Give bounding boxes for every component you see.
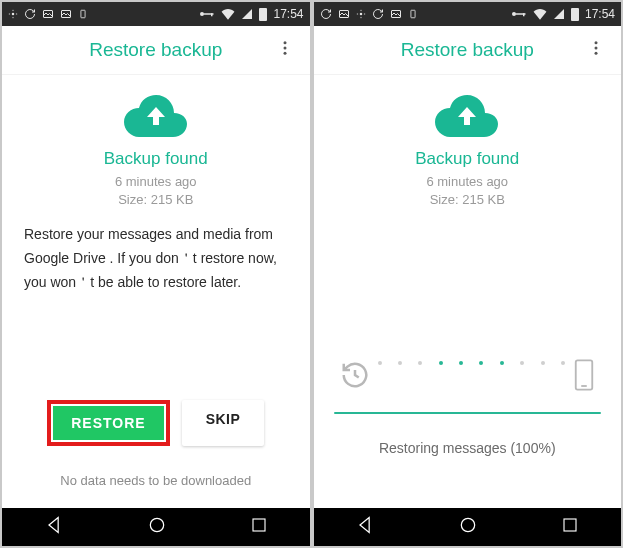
app-header: Restore backup — [2, 26, 310, 75]
location-icon — [356, 9, 366, 19]
svg-point-9 — [283, 51, 286, 54]
svg-point-19 — [595, 41, 598, 44]
nav-home-icon[interactable] — [147, 515, 167, 539]
svg-point-8 — [283, 46, 286, 49]
svg-point-21 — [595, 51, 598, 54]
restore-button-highlight: RESTORE — [47, 400, 169, 446]
location-icon — [8, 9, 18, 19]
status-bar: 17:54 — [314, 2, 622, 26]
nav-recent-icon[interactable] — [250, 516, 268, 538]
nav-recent-icon[interactable] — [561, 516, 579, 538]
svg-rect-6 — [211, 13, 213, 16]
backup-meta: 6 minutes ago Size: 215 KB — [426, 173, 508, 209]
backup-meta: 6 minutes ago Size: 215 KB — [115, 173, 197, 209]
device-icon — [408, 8, 418, 20]
overflow-menu-button[interactable] — [587, 39, 607, 62]
footer-note: No data needs to be downloaded — [2, 473, 310, 488]
svg-point-0 — [12, 13, 15, 16]
battery-icon — [259, 8, 267, 21]
history-clock-icon — [340, 360, 370, 394]
backup-size: Size: 215 KB — [118, 192, 193, 207]
svg-rect-3 — [81, 10, 85, 18]
backup-age: 6 minutes ago — [115, 174, 197, 189]
wifi-icon — [533, 8, 547, 20]
backup-found-heading: Backup found — [104, 149, 208, 169]
backup-size: Size: 215 KB — [430, 192, 505, 207]
clock-time: 17:54 — [273, 7, 303, 21]
cloud-upload-icon — [124, 93, 188, 139]
clock-time: 17:54 — [585, 7, 615, 21]
signal-icon — [553, 8, 565, 20]
cloud-upload-icon — [435, 93, 499, 139]
svg-point-7 — [283, 41, 286, 44]
nav-bar — [314, 508, 622, 546]
svg-rect-25 — [564, 519, 576, 531]
restore-button[interactable]: RESTORE — [53, 406, 163, 440]
battery-icon — [571, 8, 579, 21]
skip-button[interactable]: SKIP — [182, 400, 265, 446]
image-icon — [338, 8, 350, 20]
app-title: Restore backup — [36, 39, 276, 61]
restore-prompt-text: Restore your messages and media from Goo… — [2, 209, 310, 294]
signal-icon — [241, 8, 253, 20]
image-icon-2 — [60, 8, 72, 20]
svg-point-20 — [595, 46, 598, 49]
device-icon — [78, 8, 88, 20]
backup-found-heading: Backup found — [415, 149, 519, 169]
progress-illustration — [334, 358, 602, 396]
svg-point-16 — [512, 12, 516, 16]
svg-point-24 — [462, 518, 475, 531]
svg-rect-18 — [523, 13, 525, 16]
sync-icon — [24, 8, 36, 20]
svg-point-13 — [359, 13, 362, 16]
app-header: Restore backup — [314, 26, 622, 75]
wifi-icon — [221, 8, 235, 20]
status-bar: 17:54 — [2, 2, 310, 26]
action-buttons: RESTORE SKIP — [2, 400, 310, 446]
backup-age: 6 minutes ago — [426, 174, 508, 189]
nav-bar — [2, 508, 310, 546]
svg-point-10 — [150, 518, 163, 531]
progress-label: Restoring messages (100%) — [334, 440, 602, 456]
nav-back-icon[interactable] — [44, 515, 64, 539]
sync-icon — [320, 8, 332, 20]
overflow-menu-button[interactable] — [276, 39, 296, 62]
svg-rect-11 — [253, 519, 265, 531]
phone-screen-restore-prompt: 17:54 Restore backup Backup found 6 minu… — [2, 2, 310, 546]
svg-rect-15 — [410, 10, 414, 18]
vpn-key-icon — [199, 9, 215, 19]
image-icon-2 — [390, 8, 402, 20]
progress-bar — [334, 412, 602, 414]
svg-point-4 — [200, 12, 204, 16]
phone-device-icon — [573, 358, 595, 396]
nav-home-icon[interactable] — [458, 515, 478, 539]
app-title: Restore backup — [348, 39, 588, 61]
image-icon — [42, 8, 54, 20]
vpn-key-icon — [511, 9, 527, 19]
progress-block: Restoring messages (100%) — [334, 358, 602, 456]
nav-back-icon[interactable] — [355, 515, 375, 539]
sync-icon-2 — [372, 8, 384, 20]
phone-screen-restoring: 17:54 Restore backup Backup found 6 minu… — [314, 2, 622, 546]
